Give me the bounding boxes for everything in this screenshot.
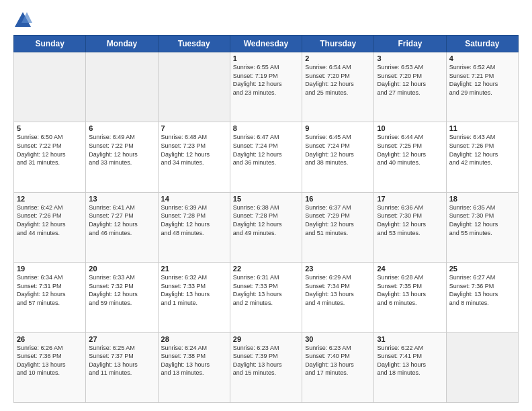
day-number: 6	[89, 124, 154, 132]
day-info: Sunrise: 6:25 AMSunset: 7:37 PMDaylight:…	[89, 344, 154, 377]
day-number: 26	[17, 335, 83, 343]
day-info: Sunrise: 6:43 AMSunset: 7:26 PMDaylight:…	[449, 133, 515, 167]
day-number: 14	[161, 195, 227, 203]
calendar-header-row: SundayMondayTuesdayWednesdayThursdayFrid…	[14, 36, 519, 52]
day-number: 21	[161, 265, 227, 273]
calendar-day-header: Monday	[86, 36, 158, 52]
day-info: Sunrise: 6:31 AMSunset: 7:33 PMDaylight:…	[233, 273, 299, 307]
day-info: Sunrise: 6:27 AMSunset: 7:36 PMDaylight:…	[449, 273, 515, 307]
day-info: Sunrise: 6:32 AMSunset: 7:33 PMDaylight:…	[161, 273, 227, 307]
calendar-week-row: 1Sunrise: 6:55 AMSunset: 7:19 PMDaylight…	[14, 52, 519, 122]
day-number: 3	[377, 54, 443, 62]
calendar-week-row: 5Sunrise: 6:50 AMSunset: 7:22 PMDaylight…	[14, 122, 519, 192]
header	[13, 11, 519, 30]
calendar-week-row: 26Sunrise: 6:26 AMSunset: 7:36 PMDayligh…	[14, 332, 519, 402]
calendar-cell: 16Sunrise: 6:37 AMSunset: 7:29 PMDayligh…	[302, 192, 374, 262]
calendar-cell	[14, 52, 86, 122]
day-info: Sunrise: 6:41 AMSunset: 7:27 PMDaylight:…	[89, 203, 154, 237]
day-number: 23	[305, 265, 371, 273]
day-number: 13	[89, 195, 154, 203]
calendar-day-header: Saturday	[446, 36, 518, 52]
calendar-day-header: Tuesday	[158, 36, 230, 52]
day-info: Sunrise: 6:47 AMSunset: 7:24 PMDaylight:…	[233, 133, 299, 167]
day-info: Sunrise: 6:48 AMSunset: 7:23 PMDaylight:…	[161, 133, 227, 167]
day-info: Sunrise: 6:38 AMSunset: 7:28 PMDaylight:…	[233, 203, 299, 237]
calendar-cell: 15Sunrise: 6:38 AMSunset: 7:28 PMDayligh…	[230, 192, 302, 262]
day-number: 15	[233, 195, 299, 203]
day-info: Sunrise: 6:52 AMSunset: 7:21 PMDaylight:…	[449, 63, 515, 97]
calendar-cell: 9Sunrise: 6:45 AMSunset: 7:24 PMDaylight…	[302, 122, 374, 192]
day-number: 20	[89, 265, 154, 273]
day-number: 8	[233, 124, 299, 132]
calendar-cell: 24Sunrise: 6:28 AMSunset: 7:35 PMDayligh…	[374, 263, 446, 332]
calendar-day-header: Wednesday	[230, 36, 302, 52]
calendar-cell: 30Sunrise: 6:23 AMSunset: 7:40 PMDayligh…	[302, 332, 374, 402]
calendar-cell: 7Sunrise: 6:48 AMSunset: 7:23 PMDaylight…	[158, 122, 230, 192]
calendar-cell: 13Sunrise: 6:41 AMSunset: 7:27 PMDayligh…	[86, 192, 158, 262]
calendar-day-header: Sunday	[14, 36, 86, 52]
day-number: 4	[449, 54, 515, 62]
day-info: Sunrise: 6:44 AMSunset: 7:25 PMDaylight:…	[377, 133, 443, 167]
day-number: 28	[161, 335, 227, 343]
calendar-cell: 22Sunrise: 6:31 AMSunset: 7:33 PMDayligh…	[230, 263, 302, 332]
day-number: 12	[17, 195, 83, 203]
day-info: Sunrise: 6:26 AMSunset: 7:36 PMDaylight:…	[17, 344, 83, 377]
day-number: 18	[449, 195, 515, 203]
calendar-cell: 23Sunrise: 6:29 AMSunset: 7:34 PMDayligh…	[302, 263, 374, 332]
logo-icon	[13, 11, 32, 30]
calendar-week-row: 19Sunrise: 6:34 AMSunset: 7:31 PMDayligh…	[14, 263, 519, 332]
day-number: 22	[233, 265, 299, 273]
day-info: Sunrise: 6:29 AMSunset: 7:34 PMDaylight:…	[305, 273, 371, 307]
day-number: 31	[377, 335, 443, 343]
calendar-day-header: Friday	[374, 36, 446, 52]
calendar-cell	[158, 52, 230, 122]
day-info: Sunrise: 6:22 AMSunset: 7:41 PMDaylight:…	[377, 344, 443, 377]
day-info: Sunrise: 6:54 AMSunset: 7:20 PMDaylight:…	[305, 63, 371, 97]
day-info: Sunrise: 6:34 AMSunset: 7:31 PMDaylight:…	[17, 273, 83, 307]
calendar-cell: 14Sunrise: 6:39 AMSunset: 7:28 PMDayligh…	[158, 192, 230, 262]
calendar-day-header: Thursday	[302, 36, 374, 52]
day-number: 7	[161, 124, 227, 132]
day-info: Sunrise: 6:23 AMSunset: 7:40 PMDaylight:…	[305, 344, 371, 377]
calendar-cell: 31Sunrise: 6:22 AMSunset: 7:41 PMDayligh…	[374, 332, 446, 402]
day-number: 29	[233, 335, 299, 343]
day-number: 27	[89, 335, 154, 343]
calendar-cell: 17Sunrise: 6:36 AMSunset: 7:30 PMDayligh…	[374, 192, 446, 262]
calendar-cell: 1Sunrise: 6:55 AMSunset: 7:19 PMDaylight…	[230, 52, 302, 122]
day-info: Sunrise: 6:37 AMSunset: 7:29 PMDaylight:…	[305, 203, 371, 237]
calendar-cell: 12Sunrise: 6:42 AMSunset: 7:26 PMDayligh…	[14, 192, 86, 262]
day-number: 11	[449, 124, 515, 132]
day-number: 25	[449, 265, 515, 273]
calendar-cell: 8Sunrise: 6:47 AMSunset: 7:24 PMDaylight…	[230, 122, 302, 192]
calendar-table: SundayMondayTuesdayWednesdayThursdayFrid…	[13, 35, 519, 403]
calendar-cell: 10Sunrise: 6:44 AMSunset: 7:25 PMDayligh…	[374, 122, 446, 192]
day-number: 10	[377, 124, 443, 132]
day-number: 19	[17, 265, 83, 273]
day-info: Sunrise: 6:53 AMSunset: 7:20 PMDaylight:…	[377, 63, 443, 97]
day-info: Sunrise: 6:45 AMSunset: 7:24 PMDaylight:…	[305, 133, 371, 167]
calendar-cell	[86, 52, 158, 122]
day-info: Sunrise: 6:49 AMSunset: 7:22 PMDaylight:…	[89, 133, 154, 167]
day-info: Sunrise: 6:39 AMSunset: 7:28 PMDaylight:…	[161, 203, 227, 237]
calendar-cell: 11Sunrise: 6:43 AMSunset: 7:26 PMDayligh…	[446, 122, 518, 192]
day-info: Sunrise: 6:33 AMSunset: 7:32 PMDaylight:…	[89, 273, 154, 307]
calendar-cell: 27Sunrise: 6:25 AMSunset: 7:37 PMDayligh…	[86, 332, 158, 402]
day-info: Sunrise: 6:50 AMSunset: 7:22 PMDaylight:…	[17, 133, 83, 167]
day-number: 30	[305, 335, 371, 343]
calendar-cell: 18Sunrise: 6:35 AMSunset: 7:30 PMDayligh…	[446, 192, 518, 262]
calendar-cell: 4Sunrise: 6:52 AMSunset: 7:21 PMDaylight…	[446, 52, 518, 122]
day-info: Sunrise: 6:28 AMSunset: 7:35 PMDaylight:…	[377, 273, 443, 307]
logo	[13, 11, 35, 30]
calendar-cell: 26Sunrise: 6:26 AMSunset: 7:36 PMDayligh…	[14, 332, 86, 402]
day-info: Sunrise: 6:24 AMSunset: 7:38 PMDaylight:…	[161, 344, 227, 377]
day-info: Sunrise: 6:42 AMSunset: 7:26 PMDaylight:…	[17, 203, 83, 237]
day-number: 24	[377, 265, 443, 273]
calendar-cell: 19Sunrise: 6:34 AMSunset: 7:31 PMDayligh…	[14, 263, 86, 332]
day-number: 16	[305, 195, 371, 203]
day-number: 5	[17, 124, 83, 132]
calendar-cell	[446, 332, 518, 402]
calendar-cell: 20Sunrise: 6:33 AMSunset: 7:32 PMDayligh…	[86, 263, 158, 332]
calendar-cell: 6Sunrise: 6:49 AMSunset: 7:22 PMDaylight…	[86, 122, 158, 192]
day-info: Sunrise: 6:36 AMSunset: 7:30 PMDaylight:…	[377, 203, 443, 237]
calendar-cell: 28Sunrise: 6:24 AMSunset: 7:38 PMDayligh…	[158, 332, 230, 402]
